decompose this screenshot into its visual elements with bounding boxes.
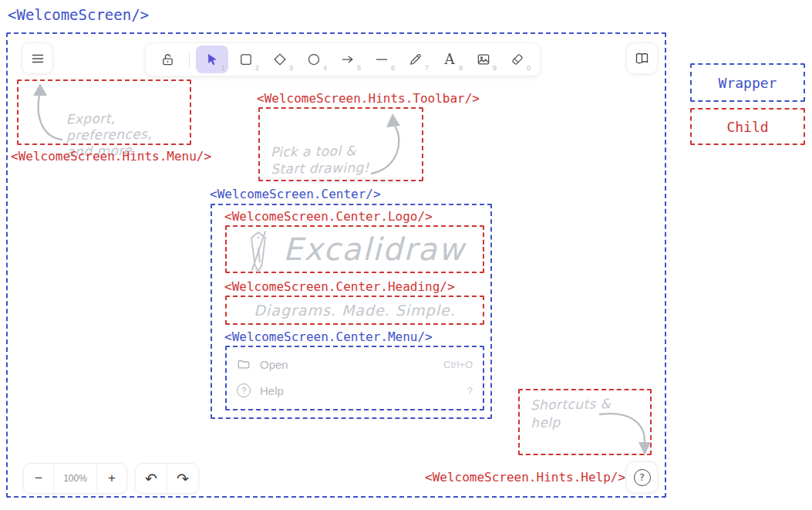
ellipse-tool-button[interactable]: 4 (298, 46, 330, 73)
eraser-icon (510, 52, 525, 67)
menu-item-shortcut: ? (467, 385, 473, 397)
legend-wrapper-box: Wrapper (690, 63, 805, 102)
eraser-tool-button[interactable]: 0 (501, 46, 534, 73)
tool-number: 9 (493, 64, 497, 72)
library-button[interactable] (626, 42, 658, 74)
tool-number: 5 (357, 64, 361, 72)
zoom-in-button[interactable]: + (97, 464, 126, 493)
center-heading-label: <WelcomeScreen.Center.Heading/> (224, 279, 455, 294)
tool-number: 6 (391, 64, 395, 72)
tool-number: 1 (221, 64, 225, 72)
help-button[interactable]: ? (626, 461, 658, 493)
diamond-tool-button[interactable]: 3 (264, 46, 296, 73)
ellipse-icon (306, 52, 322, 67)
hint-toolbar-text: Pick a tool & Start drawing! (271, 142, 369, 177)
legend-child-box: Child (690, 108, 805, 145)
center-label: <WelcomeScreen.Center/> (210, 187, 381, 201)
folder-icon (237, 357, 251, 371)
undo-button[interactable]: ↶ (136, 464, 167, 493)
rectangle-tool-button[interactable]: 2 (230, 46, 262, 73)
main-menu-button[interactable] (22, 42, 53, 74)
lock-tool-button[interactable] (152, 46, 183, 73)
legend-wrapper-text: Wrapper (719, 75, 777, 91)
zoom-level[interactable]: 100% (54, 464, 96, 493)
toolbar: 1 2 3 4 5 (145, 42, 541, 76)
diamond-icon (272, 52, 288, 67)
hint-menu-label: <WelcomeScreen.Hints.Menu/> (11, 149, 211, 164)
zoom-out-button[interactable]: − (24, 464, 53, 493)
page-title: <WelcomeScreen/> (8, 6, 149, 23)
hint-help-label: <WelcomeScreen.Hints.Help/> (425, 470, 625, 485)
page: <WelcomeScreen/> (0, 0, 812, 510)
history-controls: ↶ ↷ (135, 463, 199, 494)
redo-button[interactable]: ↷ (167, 464, 198, 493)
hint-menu-box: Export, preferences, and more... (17, 79, 191, 145)
tool-number: 0 (527, 64, 531, 72)
line-tool-button[interactable]: 6 (366, 46, 398, 73)
menu-item-shortcut: Ctrl+O (443, 359, 473, 370)
tool-number: 3 (289, 64, 293, 72)
excalidraw-pen-icon (244, 229, 272, 277)
tool-number: 2 (255, 64, 259, 72)
text-tool-button[interactable]: A 8 (433, 46, 466, 73)
redo-icon: ↷ (177, 470, 189, 488)
toolbar-divider (189, 51, 190, 68)
center-logo-label: <WelcomeScreen.Center.Logo/> (224, 209, 433, 224)
center-menu-label: <WelcomeScreen.Center.Menu/> (224, 329, 433, 344)
book-icon (634, 50, 650, 66)
center-menu-box: Open Ctrl+O ? Help ? (225, 346, 484, 410)
center-logo-box: Excalidraw (225, 225, 484, 273)
hint-help-text: Shortcuts & help (531, 395, 612, 432)
zoom-controls: − 100% + (23, 463, 127, 494)
excalidraw-logo-text: Excalidraw (283, 231, 465, 267)
selection-cursor-icon (204, 52, 220, 67)
menu-item-label: Open (260, 358, 288, 371)
center-heading-text: Diagrams. Made. Simple. (254, 302, 455, 319)
pencil-icon (408, 52, 423, 67)
hint-help-box: Shortcuts & help (518, 389, 652, 455)
hint-toolbar-box: Pick a tool & Start drawing! (258, 107, 423, 181)
hamburger-icon (30, 51, 45, 66)
lock-icon (160, 52, 176, 68)
tool-number: 8 (459, 64, 463, 72)
help-circle-icon: ? (237, 383, 251, 397)
arrow-icon (340, 52, 355, 67)
question-circle-icon: ? (634, 469, 651, 486)
rectangle-icon (238, 52, 254, 67)
center-heading-box: Diagrams. Made. Simple. (225, 296, 484, 325)
image-icon (476, 52, 491, 67)
legend-child-text: Child (726, 119, 768, 135)
tool-number: 7 (425, 64, 429, 72)
hint-toolbar-label: <WelcomeScreen.Hints.Toolbar/> (257, 91, 480, 106)
center-menu-item-open[interactable]: Open Ctrl+O (227, 354, 483, 374)
center-menu-item-help[interactable]: ? Help ? (227, 380, 483, 400)
image-tool-button[interactable]: 9 (467, 46, 500, 73)
menu-item-label: Help (260, 384, 284, 397)
draw-tool-button[interactable]: 7 (399, 46, 432, 73)
text-icon: A (445, 52, 455, 66)
undo-icon: ↶ (145, 470, 157, 488)
tool-number: 4 (323, 64, 327, 72)
center-wrapper-frame: <WelcomeScreen.Center.Logo/> Excalidraw … (211, 204, 492, 419)
line-icon (374, 52, 389, 67)
arrow-tool-button[interactable]: 5 (332, 46, 364, 73)
selection-tool-button[interactable]: 1 (196, 46, 228, 73)
